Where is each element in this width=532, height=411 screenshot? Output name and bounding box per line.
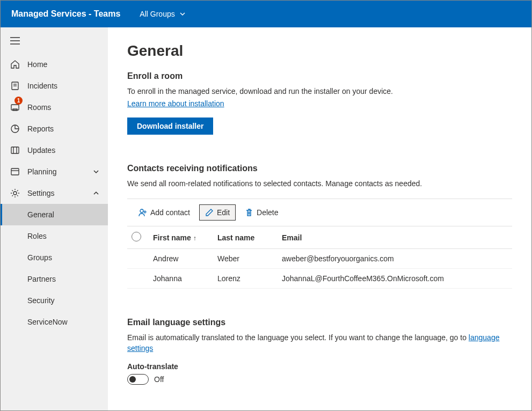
sidebar-item-home[interactable]: Home [1, 54, 108, 75]
cell-last: Lorenz [213, 269, 278, 289]
sidebar-item-roles[interactable]: Roles [1, 225, 108, 247]
contacts-text: We send all room-related notifications t… [127, 179, 512, 189]
sidebar-item-label: ServiceNow [27, 318, 108, 326]
delete-icon [245, 208, 253, 217]
planning-icon [10, 167, 20, 177]
home-icon [10, 60, 20, 69]
contacts-table: First name↑ Last name Email Andrew Weber… [127, 226, 512, 289]
sidebar-item-planning[interactable]: Planning [1, 161, 108, 182]
sidebar-item-general[interactable]: General [1, 204, 108, 225]
enroll-heading: Enroll a room [127, 71, 512, 81]
svg-point-14 [13, 192, 17, 195]
incidents-icon: 1 [10, 81, 20, 91]
sidebar-item-label: Settings [27, 189, 85, 197]
download-installer-button[interactable]: Download installer [127, 118, 213, 135]
contacts-toolbar: Add contact Edit Delete [127, 199, 512, 226]
col-email[interactable]: Email [278, 226, 512, 249]
select-all-circle[interactable] [132, 232, 141, 241]
sidebar-item-label: Home [27, 60, 108, 69]
sidebar-item-label: Rooms [27, 103, 108, 112]
toolbar-label: Add contact [150, 208, 190, 217]
sidebar: Home 1 Incidents Rooms Reports [1, 27, 108, 410]
sidebar-item-label: Reports [27, 124, 108, 133]
toggle-knob [129, 376, 136, 383]
toolbar-label: Edit [217, 208, 230, 217]
sidebar-item-label: Roles [27, 232, 108, 240]
add-contact-icon [139, 208, 147, 217]
chevron-down-icon [93, 168, 99, 175]
gear-icon [10, 188, 20, 198]
select-all-cell[interactable] [127, 226, 149, 249]
sidebar-item-security[interactable]: Security [1, 290, 108, 311]
col-last-name[interactable]: Last name [213, 226, 278, 249]
table-row[interactable]: Andrew Weber aweber@bestforyouorganics.c… [127, 249, 512, 269]
sort-asc-icon: ↑ [193, 234, 196, 242]
sidebar-item-label: Groups [27, 253, 108, 262]
auto-translate-label: Auto-translate [127, 362, 512, 371]
toggle-state-label: Off [154, 375, 164, 384]
chevron-up-icon [93, 190, 99, 196]
sidebar-item-label: General [27, 210, 108, 219]
group-selector-label: All Groups [140, 10, 174, 18]
svg-rect-9 [11, 147, 19, 153]
delete-contact-button[interactable]: Delete [239, 204, 284, 221]
toolbar-label: Delete [257, 208, 278, 217]
incidents-badge: 1 [14, 97, 23, 105]
edit-contact-button[interactable]: Edit [199, 204, 236, 221]
page-title: General [127, 42, 512, 60]
sidebar-item-incidents[interactable]: 1 Incidents [1, 75, 108, 97]
updates-icon [10, 145, 20, 155]
main-content: General Enroll a room To enroll in the m… [108, 27, 531, 410]
sidebar-item-label: Security [27, 296, 108, 305]
hamburger-menu-button[interactable] [1, 32, 108, 52]
svg-rect-12 [11, 168, 19, 175]
sidebar-item-groups[interactable]: Groups [1, 247, 108, 268]
sidebar-item-reports[interactable]: Reports [1, 118, 108, 140]
sidebar-item-label: Incidents [27, 82, 108, 90]
cell-last: Weber [213, 249, 278, 269]
app-header: Managed Services - Teams All Groups [1, 1, 531, 27]
edit-icon [205, 208, 214, 217]
learn-more-link[interactable]: Learn more about installation [127, 99, 224, 108]
language-heading: Email language settings [127, 318, 512, 327]
cell-email: aweber@bestforyouorganics.com [278, 249, 512, 269]
contacts-section: Contacts receiving notifications We send… [127, 164, 512, 289]
svg-point-15 [140, 209, 143, 212]
contacts-heading: Contacts receiving notifications [127, 164, 512, 173]
enroll-section: Enroll a room To enroll in the managed s… [127, 71, 512, 135]
col-first-name[interactable]: First name↑ [149, 226, 213, 249]
sidebar-item-partners[interactable]: Partners [1, 268, 108, 290]
sidebar-item-settings[interactable]: Settings [1, 182, 108, 204]
sidebar-item-label: Partners [27, 275, 108, 283]
language-text: Email is automatically translated to the… [127, 333, 512, 354]
group-selector-dropdown[interactable]: All Groups [140, 10, 185, 18]
table-row[interactable]: Johanna Lorenz JohannaL@FourthCoffeeM365… [127, 269, 512, 289]
add-contact-button[interactable]: Add contact [133, 204, 196, 221]
cell-first: Andrew [149, 249, 213, 269]
cell-first: Johanna [149, 269, 213, 289]
sidebar-item-updates[interactable]: Updates [1, 140, 108, 161]
sidebar-item-label: Updates [27, 146, 108, 155]
chevron-down-icon [179, 11, 186, 17]
reports-icon [10, 124, 20, 134]
sidebar-item-servicenow[interactable]: ServiceNow [1, 311, 108, 333]
cell-email: JohannaL@FourthCoffeeM365.OnMicrosoft.co… [278, 269, 512, 289]
hamburger-icon [10, 37, 20, 45]
app-title: Managed Services - Teams [11, 9, 120, 19]
auto-translate-toggle[interactable] [127, 374, 149, 385]
sidebar-item-label: Planning [27, 167, 85, 176]
enroll-text: To enroll in the managed service, downlo… [127, 86, 512, 97]
language-section: Email language settings Email is automat… [127, 318, 512, 385]
